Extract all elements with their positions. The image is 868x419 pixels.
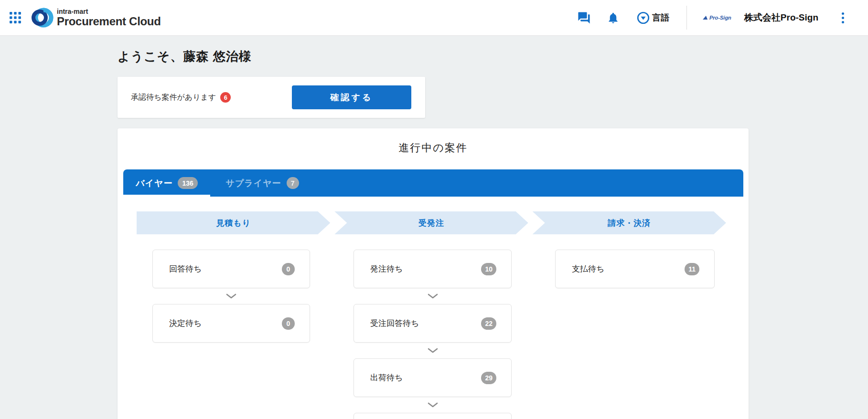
company-name: 株式会社Pro-Sign bbox=[744, 11, 818, 24]
stage-quotation: 見積もり bbox=[137, 211, 330, 234]
brand-name-small: intra-mart bbox=[57, 8, 161, 15]
status-card-label: 回答待ち bbox=[169, 263, 202, 274]
language-button[interactable]: 言語 bbox=[637, 11, 669, 24]
status-card-awaiting-order-reply[interactable]: 受注回答待ち 22 bbox=[354, 304, 512, 343]
tab-buyer[interactable]: バイヤー 136 bbox=[123, 169, 210, 197]
kebab-menu-icon[interactable] bbox=[840, 10, 846, 25]
status-count-badge: 10 bbox=[481, 263, 496, 275]
status-card-label: 決定待ち bbox=[169, 318, 202, 329]
flow-connector bbox=[152, 288, 310, 304]
flow-connector bbox=[354, 343, 512, 358]
tab-supplier-count-badge: 7 bbox=[287, 177, 299, 189]
status-card-label: 受注回答待ち bbox=[370, 318, 419, 329]
column-billing-payment: 支払待ち 11 bbox=[555, 250, 715, 288]
chat-button[interactable] bbox=[577, 11, 591, 25]
welcome-title: ようこそ、藤森 悠治様 bbox=[118, 48, 868, 65]
chevron-down-icon bbox=[428, 348, 438, 353]
chevron-down-icon bbox=[226, 293, 236, 299]
status-card-label: 発注待ち bbox=[370, 263, 403, 274]
partner-logo-text: Pro-Sign bbox=[709, 15, 731, 21]
brand-text: intra-mart Procurement Cloud bbox=[57, 8, 161, 27]
header-left: intra-mart Procurement Cloud bbox=[9, 6, 161, 30]
status-count-badge: 0 bbox=[282, 263, 295, 275]
flow-connector bbox=[354, 397, 512, 413]
approval-count-badge: 6 bbox=[220, 92, 231, 103]
approval-alert-message: 承認待ち案件があります bbox=[131, 93, 216, 103]
header-right: 言語 Pro-Sign 株式会社Pro-Sign bbox=[577, 6, 846, 30]
tab-buyer-count-badge: 136 bbox=[178, 177, 197, 189]
stage-billing-payment: 請求・決済 bbox=[533, 211, 726, 234]
ongoing-cases-title: 進行中の案件 bbox=[118, 141, 749, 155]
ongoing-cases-card: 進行中の案件 バイヤー 136 サプライヤー 7 見積もり 受発注 請求・決済 … bbox=[118, 128, 749, 419]
partner-logo-icon bbox=[703, 16, 708, 20]
status-card-awaiting-payment[interactable]: 支払待ち 11 bbox=[555, 250, 715, 288]
status-card-partial[interactable] bbox=[354, 413, 512, 419]
chat-icon bbox=[577, 11, 591, 25]
grid-icon[interactable] bbox=[9, 11, 21, 24]
approval-alert-card: 承認待ち案件があります 6 確認する bbox=[118, 77, 425, 118]
app-header: intra-mart Procurement Cloud 言語 Pro- bbox=[0, 0, 868, 36]
status-count-badge: 0 bbox=[282, 317, 295, 330]
status-card-awaiting-decision[interactable]: 決定待ち 0 bbox=[152, 304, 310, 343]
status-columns: 回答待ち 0 決定待ち 0 発注待ち 10 bbox=[118, 250, 749, 419]
main-content: ようこそ、藤森 悠治様 承認待ち案件があります 6 確認する 進行中の案件 バイ… bbox=[0, 48, 868, 419]
status-count-badge: 29 bbox=[481, 372, 496, 384]
language-label: 言語 bbox=[652, 12, 669, 23]
tab-supplier-label: サプライヤー bbox=[225, 178, 281, 189]
column-ordering: 発注待ち 10 受注回答待ち 22 bbox=[354, 250, 512, 419]
status-card-label: 出荷待ち bbox=[370, 372, 403, 383]
bell-icon bbox=[607, 11, 620, 24]
status-card-label: 支払待ち bbox=[572, 263, 604, 274]
stage-ordering: 受発注 bbox=[334, 211, 528, 234]
notifications-button[interactable] bbox=[607, 11, 620, 24]
brand-logo[interactable]: intra-mart Procurement Cloud bbox=[30, 6, 161, 30]
chevron-down-circle-icon bbox=[637, 11, 650, 24]
brand-logo-mark bbox=[30, 6, 54, 30]
chevron-down-icon bbox=[428, 402, 438, 408]
column-quotation: 回答待ち 0 決定待ち 0 bbox=[152, 250, 310, 343]
status-card-awaiting-order[interactable]: 発注待ち 10 bbox=[354, 250, 512, 288]
status-count-badge: 22 bbox=[481, 317, 496, 330]
ongoing-tabbar: バイヤー 136 サプライヤー 7 bbox=[123, 169, 743, 197]
chevron-down-icon bbox=[428, 293, 438, 299]
flow-connector bbox=[354, 288, 512, 304]
confirm-button[interactable]: 確認する bbox=[292, 85, 411, 109]
status-count-badge: 11 bbox=[685, 263, 699, 275]
partner-logo: Pro-Sign bbox=[703, 15, 731, 21]
status-card-awaiting-reply[interactable]: 回答待ち 0 bbox=[152, 250, 310, 288]
approval-alert-message-group: 承認待ち案件があります 6 bbox=[131, 92, 231, 103]
header-divider bbox=[686, 6, 687, 30]
stage-band: 見積もり 受発注 請求・決済 bbox=[137, 211, 726, 234]
status-card-awaiting-shipment[interactable]: 出荷待ち 29 bbox=[354, 358, 512, 397]
brand-name-large: Procurement Cloud bbox=[57, 16, 161, 27]
tab-buyer-label: バイヤー bbox=[136, 178, 172, 189]
tab-supplier[interactable]: サプライヤー 7 bbox=[210, 169, 314, 197]
